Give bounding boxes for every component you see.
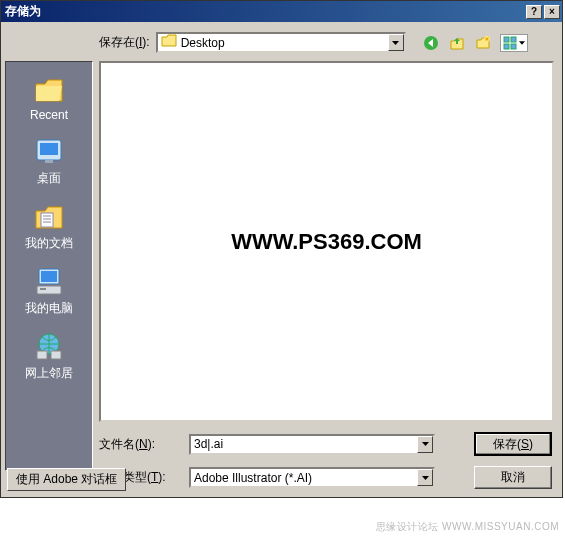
documents-icon [6, 199, 92, 233]
recent-icon [6, 72, 92, 106]
sidebar-item-computer[interactable]: 我的电脑 [6, 260, 92, 325]
svg-rect-4 [504, 44, 509, 49]
save-button[interactable]: 保存(S) [474, 432, 552, 456]
svg-rect-3 [511, 37, 516, 42]
view-menu-icon[interactable] [500, 34, 528, 52]
dropdown-arrow-icon[interactable] [388, 34, 404, 51]
sidebar-item-recent[interactable]: Recent [6, 68, 92, 130]
sidebar-item-network[interactable]: 网上邻居 [6, 325, 92, 390]
save-in-label: 保存在(I): [99, 34, 150, 51]
svg-rect-11 [41, 271, 57, 282]
svg-rect-13 [40, 288, 46, 290]
svg-rect-15 [37, 351, 47, 359]
svg-rect-2 [504, 37, 509, 42]
filetype-dropdown[interactable]: Adobe Illustrator (*.AI) [189, 467, 435, 488]
filename-label: 文件名(N): [99, 436, 179, 453]
dropdown-arrow-icon[interactable] [417, 436, 433, 453]
filename-input[interactable]: 3d|.ai [189, 434, 435, 455]
help-button[interactable]: ? [526, 5, 542, 19]
up-one-level-icon[interactable] [448, 34, 466, 52]
svg-rect-8 [45, 160, 53, 163]
sidebar-item-documents[interactable]: 我的文档 [6, 195, 92, 260]
folder-icon [161, 34, 177, 51]
computer-icon [6, 264, 92, 298]
sidebar-item-desktop[interactable]: 桌面 [6, 130, 92, 195]
footer-credit: 思缘设计论坛 WWW.MISSYUAN.COM [376, 520, 559, 534]
svg-rect-9 [41, 213, 53, 227]
network-icon [6, 329, 92, 363]
desktop-icon [6, 134, 92, 168]
location-value: Desktop [181, 36, 225, 50]
save-as-dialog: 存储为 ? × 保存在(I): Desktop [0, 0, 563, 498]
svg-rect-5 [511, 44, 516, 49]
places-sidebar: Recent 桌面 我的文档 [5, 61, 93, 471]
dialog-title: 存储为 [5, 3, 524, 20]
dropdown-arrow-icon[interactable] [417, 469, 433, 486]
use-adobe-dialog-button[interactable]: 使用 Adobe 对话框 [7, 468, 126, 491]
back-icon[interactable] [422, 34, 440, 52]
cancel-button[interactable]: 取消 [474, 466, 552, 489]
new-folder-icon[interactable] [474, 34, 492, 52]
svg-rect-7 [40, 143, 58, 155]
titlebar: 存储为 ? × [1, 1, 562, 22]
watermark-text: WWW.PS369.COM [231, 229, 422, 255]
location-dropdown[interactable]: Desktop [156, 32, 406, 53]
file-list-area[interactable]: WWW.PS369.COM [99, 61, 554, 422]
close-button[interactable]: × [544, 5, 560, 19]
svg-rect-16 [51, 351, 61, 359]
